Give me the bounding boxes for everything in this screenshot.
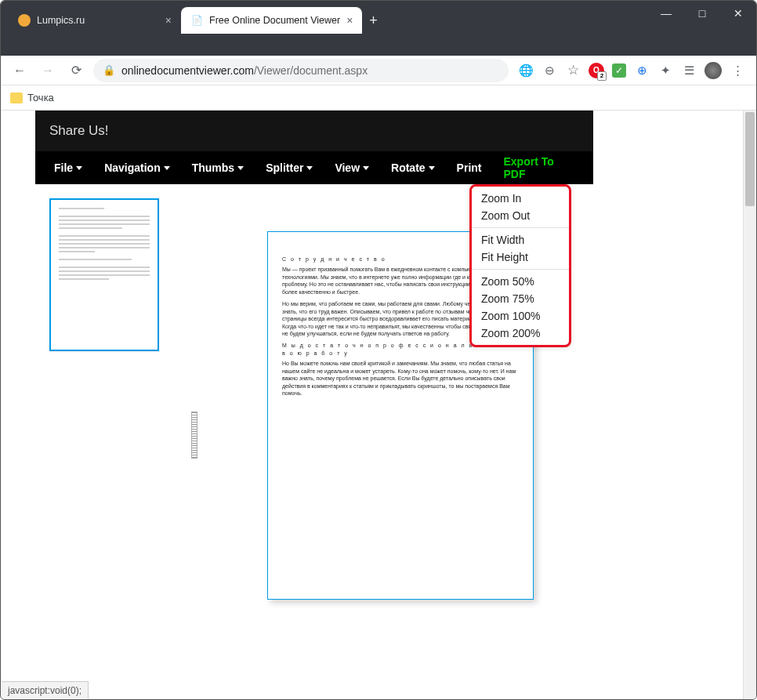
chevron-down-icon [429, 166, 435, 170]
scrollbar[interactable] [743, 111, 756, 699]
dropdown-zoom-50[interactable]: Zoom 50% [472, 273, 569, 290]
dropdown-fit-width[interactable]: Fit Width [472, 231, 569, 248]
status-text: javascript:void(0); [8, 685, 81, 696]
close-button[interactable]: ✕ [720, 1, 756, 26]
main-pane: С о т р у д н и ч е с т в о Мы — проект … [197, 184, 593, 686]
close-icon[interactable]: × [346, 14, 353, 27]
new-tab-button[interactable]: + [362, 9, 384, 31]
app-menubar: File Navigation Thumbs Splitter View Rot… [35, 151, 593, 184]
thumbnails-pane [35, 184, 192, 686]
status-bar: javascript:void(0); [2, 681, 89, 698]
menu-view[interactable]: View [324, 151, 380, 184]
menu-icon[interactable]: ⋮ [730, 63, 745, 78]
share-bar: Share Us! [35, 111, 593, 151]
favicon-icon [18, 14, 31, 27]
dropdown-fit-height[interactable]: Fit Height [472, 248, 569, 266]
dropdown-zoom-200[interactable]: Zoom 200% [472, 325, 569, 342]
menu-export-pdf[interactable]: Export To PDF [493, 151, 586, 184]
reading-list-icon[interactable]: ☰ [681, 63, 697, 78]
bookmark-item[interactable]: Точка [10, 92, 54, 103]
separator [472, 227, 569, 228]
menu-rotate[interactable]: Rotate [380, 151, 446, 184]
bookmarks-bar: Точка [1, 85, 756, 111]
dropdown-zoom-100[interactable]: Zoom 100% [472, 307, 569, 325]
opera-ext-icon[interactable]: O [589, 63, 604, 78]
reload-button[interactable]: ⟳ [65, 60, 87, 82]
menu-navigation[interactable]: Navigation [93, 151, 181, 184]
globe-ext-icon[interactable]: ⊕ [634, 63, 650, 78]
browser-toolbar: ← → ⟳ 🔒 onlinedocumentviewer.com/Viewer/… [1, 56, 756, 85]
menu-thumbs[interactable]: Thumbs [181, 151, 255, 184]
lock-icon: 🔒 [103, 64, 115, 76]
dropdown-zoom-in[interactable]: Zoom In [472, 190, 569, 207]
tab-title: Lumpics.ru [37, 15, 85, 26]
tab-lumpics[interactable]: Lumpics.ru × [9, 7, 181, 34]
dropdown-zoom-out[interactable]: Zoom Out [472, 207, 569, 224]
folder-icon [10, 92, 23, 103]
menu-print[interactable]: Print [446, 151, 493, 184]
extensions: 🌐 ⊖ ☆ O ✓ ⊕ ✦ ☰ ⋮ [515, 62, 748, 79]
translate-icon[interactable]: 🌐 [518, 63, 534, 78]
menu-splitter[interactable]: Splitter [255, 151, 324, 184]
doc-paragraph: Но Вы можете помочь нам своей критикой и… [282, 360, 519, 397]
maximize-button[interactable]: □ [684, 1, 720, 26]
bookmark-star-icon[interactable]: ☆ [565, 63, 581, 78]
view-dropdown: Zoom In Zoom Out Fit Width Fit Height Zo… [469, 184, 571, 347]
favicon-icon: 📄 [190, 14, 203, 27]
chevron-down-icon [363, 166, 369, 170]
check-ext-icon[interactable]: ✓ [612, 63, 626, 78]
viewport: Share Us! File Navigation Thumbs Splitte… [1, 111, 743, 699]
browser-window: Lumpics.ru × 📄 Free Online Document View… [0, 0, 757, 700]
back-button[interactable]: ← [9, 60, 31, 82]
separator [472, 269, 569, 270]
page-thumbnail[interactable] [49, 198, 159, 351]
menu-file[interactable]: File [43, 151, 93, 184]
tab-title: Free Online Document Viewer [209, 15, 340, 26]
extensions-icon[interactable]: ✦ [657, 63, 673, 78]
bookmark-label: Точка [27, 92, 54, 103]
content-area: Share Us! File Navigation Thumbs Splitte… [1, 111, 756, 699]
tab-document-viewer[interactable]: 📄 Free Online Document Viewer × [181, 7, 362, 34]
document-area: С о т р у д н и ч е с т в о Мы — проект … [35, 184, 593, 686]
chevron-down-icon [306, 166, 313, 170]
share-label: Share Us! [49, 123, 109, 139]
scrollbar-thumb[interactable] [745, 112, 755, 206]
titlebar: Lumpics.ru × 📄 Free Online Document View… [1, 1, 756, 56]
profile-avatar[interactable] [704, 62, 722, 79]
chevron-down-icon [164, 166, 170, 170]
dropdown-zoom-75[interactable]: Zoom 75% [472, 290, 569, 307]
chevron-down-icon [237, 166, 244, 170]
forward-button[interactable]: → [37, 60, 59, 82]
minimize-button[interactable]: — [648, 1, 684, 26]
close-icon[interactable]: × [165, 14, 172, 27]
document-viewer-app: Share Us! File Navigation Thumbs Splitte… [35, 111, 593, 686]
zoom-icon[interactable]: ⊖ [541, 63, 557, 78]
url-text: onlinedocumentviewer.com/Viewer/document… [121, 64, 368, 77]
address-bar[interactable]: 🔒 onlinedocumentviewer.com/Viewer/docume… [93, 59, 509, 82]
chevron-down-icon [76, 166, 82, 170]
